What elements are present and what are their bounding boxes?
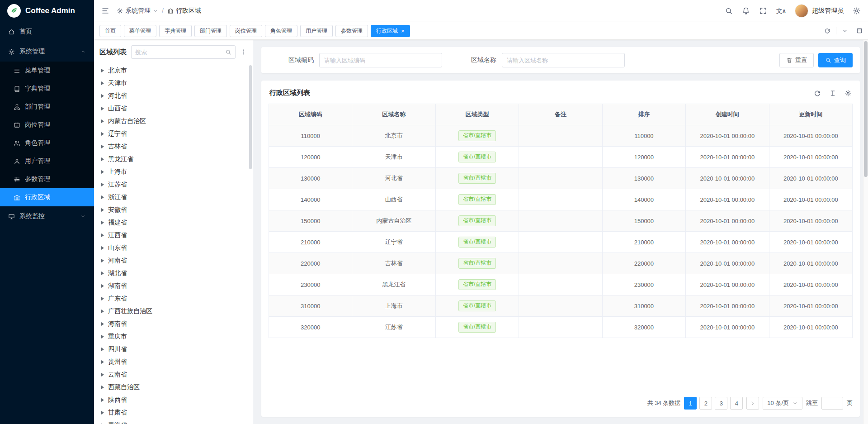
expand-arrow-icon[interactable] — [101, 107, 104, 110]
expand-arrow-icon[interactable] — [101, 170, 104, 174]
expand-arrow-icon[interactable] — [101, 373, 104, 376]
next-page-button[interactable] — [746, 397, 759, 410]
tab[interactable]: 用户管理 — [300, 25, 333, 37]
expand-arrow-icon[interactable] — [101, 157, 104, 161]
page-number-button[interactable]: 3 — [715, 397, 727, 410]
tree-node[interactable]: 四川省 — [94, 343, 253, 356]
tab[interactable]: 首页 — [99, 25, 121, 37]
tree-search-input[interactable] — [135, 49, 222, 56]
fullscreen-icon[interactable] — [759, 7, 767, 15]
refresh-icon[interactable] — [824, 28, 830, 34]
sidebar-collapse-icon[interactable] — [101, 7, 109, 15]
expand-arrow-icon[interactable] — [101, 360, 104, 364]
tree-node[interactable]: 江西省 — [94, 229, 253, 242]
table-settings-gear-icon[interactable] — [844, 90, 852, 97]
tab[interactable]: 部门管理 — [194, 25, 227, 37]
tree-scrollbar-thumb[interactable] — [249, 65, 252, 169]
expand-arrow-icon[interactable] — [101, 94, 104, 98]
sidebar-subitem[interactable]: 字典管理 — [0, 80, 94, 98]
search-icon[interactable] — [225, 49, 231, 55]
page-scrollbar[interactable] — [863, 40, 868, 424]
page-number-button[interactable]: 2 — [699, 397, 712, 410]
tree-node[interactable]: 浙江省 — [94, 191, 253, 204]
search-icon[interactable] — [725, 7, 733, 15]
sidebar-subitem[interactable]: 部门管理 — [0, 98, 94, 116]
sidebar-subitem[interactable]: 参数管理 — [0, 170, 94, 188]
tree-node[interactable]: 内蒙古自治区 — [94, 115, 253, 128]
region-name-input[interactable] — [502, 53, 625, 67]
tab[interactable]: 角色管理 — [265, 25, 297, 37]
tab-close-icon[interactable]: × — [401, 28, 405, 34]
expand-arrow-icon[interactable] — [101, 119, 104, 123]
expand-arrow-icon[interactable] — [101, 310, 104, 313]
search-button[interactable]: 查询 — [818, 53, 853, 67]
tree-node[interactable]: 北京市 — [94, 64, 253, 77]
expand-arrow-icon[interactable] — [101, 284, 104, 288]
tree-node[interactable]: 辽宁省 — [94, 128, 253, 140]
expand-arrow-icon[interactable] — [101, 386, 104, 389]
expand-arrow-icon[interactable] — [101, 145, 104, 148]
tree-node[interactable]: 湖南省 — [94, 280, 253, 292]
content-layout-icon[interactable] — [856, 28, 863, 34]
tree-node[interactable]: 安徽省 — [94, 204, 253, 216]
expand-arrow-icon[interactable] — [101, 81, 104, 85]
page-number-button[interactable]: 1 — [684, 397, 697, 410]
page-number-button[interactable]: 4 — [730, 397, 743, 410]
tree-node[interactable]: 陕西省 — [94, 394, 253, 406]
sidebar-subitem[interactable]: 岗位管理 — [0, 116, 94, 134]
tree-node[interactable]: 天津市 — [94, 77, 253, 90]
bell-icon[interactable] — [742, 7, 750, 15]
page-jump-input[interactable] — [821, 397, 843, 410]
sidebar-group-system[interactable]: 系统管理 — [0, 42, 94, 62]
sidebar-subitem[interactable]: 行政区域 — [0, 188, 94, 206]
sidebar-subitem[interactable]: 用户管理 — [0, 152, 94, 170]
expand-arrow-icon[interactable] — [101, 398, 104, 402]
tree-node[interactable]: 云南省 — [94, 368, 253, 381]
table-refresh-icon[interactable] — [814, 90, 821, 97]
tree-node[interactable]: 广西壮族自治区 — [94, 305, 253, 318]
expand-arrow-icon[interactable] — [101, 69, 104, 72]
tab[interactable]: 行政区域 × — [371, 25, 410, 37]
expand-arrow-icon[interactable] — [101, 322, 104, 326]
sidebar-subitem[interactable]: 角色管理 — [0, 134, 94, 152]
tree-more-dots-icon[interactable] — [240, 48, 247, 56]
tree-node[interactable]: 山西省 — [94, 102, 253, 115]
table-density-icon[interactable] — [829, 90, 836, 97]
expand-arrow-icon[interactable] — [101, 132, 104, 136]
expand-arrow-icon[interactable] — [101, 272, 104, 275]
expand-arrow-icon[interactable] — [101, 259, 104, 262]
tree-node[interactable]: 河南省 — [94, 254, 253, 267]
tree-node[interactable]: 山东省 — [94, 242, 253, 254]
tab[interactable]: 岗位管理 — [230, 25, 262, 37]
tree-node[interactable]: 河北省 — [94, 90, 253, 102]
page-scrollbar-thumb[interactable] — [864, 41, 868, 177]
region-code-input[interactable] — [319, 53, 442, 67]
expand-arrow-icon[interactable] — [101, 411, 104, 414]
expand-arrow-icon[interactable] — [101, 233, 104, 237]
tab[interactable]: 参数管理 — [335, 25, 368, 37]
sidebar-subitem[interactable]: 菜单管理 — [0, 62, 94, 80]
settings-gear-icon[interactable] — [853, 7, 861, 15]
expand-arrow-icon[interactable] — [101, 221, 104, 224]
tree-node[interactable]: 江苏省 — [94, 178, 253, 191]
translate-icon[interactable]: 文A — [776, 8, 786, 14]
tree-node[interactable]: 西藏自治区 — [94, 381, 253, 394]
reset-button[interactable]: 重置 — [779, 53, 814, 67]
expand-arrow-icon[interactable] — [101, 335, 104, 338]
user-menu[interactable]: 超级管理员 — [795, 4, 844, 18]
tree-node[interactable]: 广东省 — [94, 292, 253, 305]
sidebar-item-home[interactable]: 首页 — [0, 22, 94, 42]
tab[interactable]: 字典管理 — [159, 25, 192, 37]
tab[interactable]: 菜单管理 — [124, 25, 156, 37]
expand-arrow-icon[interactable] — [101, 246, 104, 250]
expand-arrow-icon[interactable] — [101, 208, 104, 212]
page-size-select[interactable]: 10 条/页 — [763, 397, 802, 410]
tree-node[interactable]: 海南省 — [94, 318, 253, 330]
breadcrumb-root[interactable]: 系统管理 — [117, 7, 158, 15]
expand-arrow-icon[interactable] — [101, 183, 104, 186]
tree-node[interactable]: 福建省 — [94, 216, 253, 229]
expand-arrow-icon[interactable] — [101, 348, 104, 351]
expand-arrow-icon[interactable] — [101, 297, 104, 300]
app-logo[interactable]: Coffee Admin — [0, 0, 94, 22]
tree-node[interactable]: 湖北省 — [94, 267, 253, 280]
